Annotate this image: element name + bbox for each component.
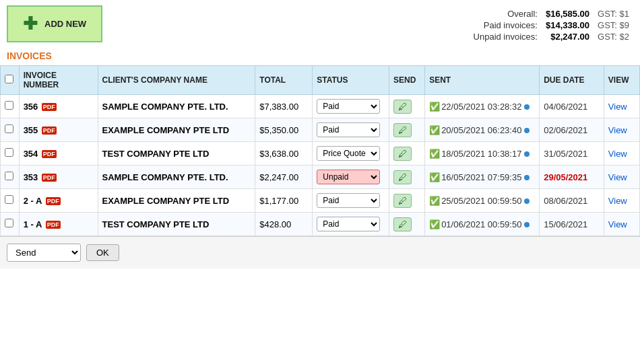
status-select[interactable]: Paid Unpaid Price Quote [317, 122, 380, 137]
status-cell[interactable]: Paid Unpaid Price Quote [313, 189, 389, 213]
total-cell: $7,383.00 [255, 95, 313, 118]
status-cell[interactable]: Paid Unpaid Price Quote [313, 166, 389, 189]
total-value: $3,638.00 [259, 149, 298, 159]
th-sent[interactable]: SENT [425, 66, 540, 95]
table-row: 353 PDFSAMPLE COMPANY PTE. LTD.$2,247.00… [1, 166, 640, 189]
send-cell[interactable]: 🖊 [389, 95, 425, 118]
total-cell: $2,247.00 [255, 166, 313, 189]
send-cell[interactable]: 🖊 [389, 142, 425, 166]
send-cell[interactable]: 🖊 [389, 213, 425, 236]
pdf-icon[interactable]: PDF [42, 126, 57, 135]
sent-date: 18/05/2021 10:38:17 [441, 149, 521, 159]
sent-dot [524, 222, 530, 227]
company-name-cell: EXAMPLE COMPANY PTE LTD [98, 189, 255, 213]
add-new-button[interactable]: ✚ ADD NEW [7, 5, 102, 42]
send-cell[interactable]: 🖊 [389, 118, 425, 142]
due-date-value: 29/05/2021 [544, 172, 587, 182]
unpaid-gst: GST: $2 [594, 31, 633, 42]
select-all-checkbox[interactable] [5, 75, 13, 83]
invoice-id: 354 [24, 149, 38, 159]
table-row: 1 - A PDFTEST COMPANY PTE LTD$428.00 Pai… [1, 213, 640, 236]
status-cell[interactable]: Paid Unpaid Price Quote [313, 118, 389, 142]
invoice-id: 1 - A [24, 219, 42, 229]
status-select[interactable]: Paid Unpaid Price Quote [317, 99, 380, 114]
th-status[interactable]: STATUS [313, 66, 389, 95]
view-cell[interactable]: View [604, 213, 639, 236]
row-checkbox-1[interactable] [5, 124, 13, 133]
row-checkbox-0[interactable] [5, 101, 13, 110]
view-cell[interactable]: View [604, 118, 639, 142]
due-date-cell: 31/05/2021 [540, 142, 604, 166]
row-checkbox-cell [1, 166, 20, 189]
table-row: 2 - A PDFEXAMPLE COMPANY PTE LTD$1,177.0… [1, 189, 640, 213]
view-link[interactable]: View [608, 196, 627, 206]
view-link[interactable]: View [608, 102, 627, 112]
status-cell[interactable]: Paid Unpaid Price Quote [313, 213, 389, 236]
sent-dot [524, 128, 530, 133]
pdf-icon[interactable]: PDF [46, 197, 61, 205]
sent-cell: ✅01/06/2021 00:59:50 [425, 213, 540, 236]
overall-gst: GST: $1 [594, 8, 633, 20]
sent-dot [524, 198, 530, 204]
send-button[interactable]: 🖊 [393, 170, 412, 184]
unpaid-label: Unpaid invoices: [470, 31, 542, 42]
view-link[interactable]: View [608, 219, 627, 229]
view-cell[interactable]: View [604, 189, 639, 213]
send-button[interactable]: 🖊 [393, 100, 412, 114]
status-cell[interactable]: Paid Unpaid Price Quote [313, 142, 389, 166]
send-button[interactable]: 🖊 [393, 123, 412, 137]
due-date-cell: 29/05/2021 [540, 166, 604, 189]
sent-cell: ✅25/05/2021 00:59:50 [425, 189, 540, 213]
row-checkbox-4[interactable] [5, 195, 13, 204]
send-cell[interactable]: 🖊 [389, 189, 425, 213]
invoice-id: 356 [24, 102, 38, 112]
view-cell[interactable]: View [604, 142, 639, 166]
table-header-row: INVOICENUMBER CLIENT'S COMPANY NAME TOTA… [1, 66, 640, 95]
row-checkbox-2[interactable] [5, 148, 13, 157]
company-name: SAMPLE COMPANY PTE. LTD. [102, 172, 228, 182]
view-cell[interactable]: View [604, 166, 639, 189]
row-checkbox-5[interactable] [5, 219, 13, 227]
status-select[interactable]: Paid Unpaid Price Quote [317, 146, 380, 161]
th-company-name[interactable]: CLIENT'S COMPANY NAME [98, 66, 255, 95]
send-cell[interactable]: 🖊 [389, 166, 425, 189]
th-total[interactable]: TOTAL [255, 66, 313, 95]
th-view[interactable]: VIEW [604, 66, 639, 95]
summary-box: Overall: $16,585.00 GST: $1 Paid invoice… [470, 5, 633, 42]
company-name-cell: TEST COMPANY PTE LTD [98, 142, 255, 166]
paid-gst: GST: $9 [594, 20, 633, 31]
top-bar: ✚ ADD NEW Overall: $16,585.00 GST: $1 Pa… [0, 0, 640, 48]
sent-checkmark: ✅ [429, 172, 440, 182]
status-select[interactable]: Paid Unpaid Price Quote [317, 217, 380, 231]
company-name: SAMPLE COMPANY PTE. LTD. [102, 102, 228, 112]
company-name: TEST COMPANY PTE LTD [102, 149, 210, 159]
send-button[interactable]: 🖊 [393, 147, 412, 161]
bulk-send-select[interactable]: Send Email Print [7, 244, 81, 262]
sent-cell: ✅22/05/2021 03:28:32 [425, 95, 540, 118]
pdf-icon[interactable]: PDF [42, 174, 57, 182]
pdf-icon[interactable]: PDF [42, 150, 57, 158]
sent-dot [524, 175, 530, 180]
status-select[interactable]: Paid Unpaid Price Quote [317, 193, 380, 208]
view-link[interactable]: View [608, 172, 627, 182]
status-cell[interactable]: Paid Unpaid Price Quote [313, 95, 389, 118]
view-cell[interactable]: View [604, 95, 639, 118]
pdf-icon[interactable]: PDF [46, 221, 61, 229]
th-due-date[interactable]: DUE DATE [540, 66, 604, 95]
row-checkbox-3[interactable] [5, 172, 13, 180]
view-link[interactable]: View [608, 125, 627, 135]
send-button[interactable]: 🖊 [393, 194, 412, 208]
total-value: $1,177.00 [259, 196, 298, 206]
th-invoice-number[interactable]: INVOICENUMBER [19, 66, 98, 95]
view-link[interactable]: View [608, 149, 627, 159]
invoice-number-cell: 356 PDF [19, 95, 98, 118]
total-cell: $428.00 [255, 213, 313, 236]
status-select[interactable]: Paid Unpaid Price Quote [317, 170, 380, 184]
pdf-icon[interactable]: PDF [42, 103, 57, 111]
th-send[interactable]: SEND [389, 66, 425, 95]
sent-cell: ✅16/05/2021 07:59:35 [425, 166, 540, 189]
due-date-cell: 08/06/2021 [540, 189, 604, 213]
ok-button[interactable]: OK [86, 244, 119, 261]
unpaid-value: $2,247.00 [542, 31, 594, 42]
send-button[interactable]: 🖊 [393, 217, 412, 231]
